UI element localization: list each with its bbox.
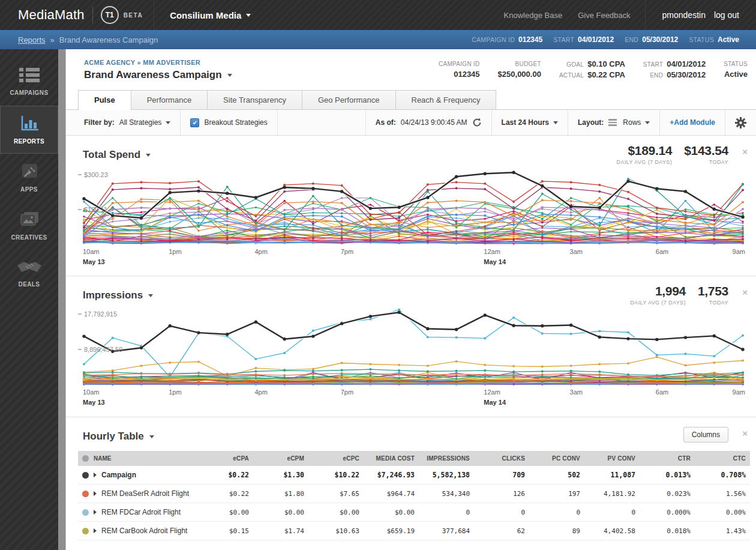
topbar-links: Knowledge Base Give Feedback — [504, 11, 631, 20]
svg-text:6am: 6am — [656, 388, 668, 396]
layout-section: Layout: Rows — [568, 110, 660, 135]
column-header-pc-conv[interactable]: PC CONV — [525, 455, 580, 462]
column-header-media-cost[interactable]: MEDIA COST — [359, 455, 415, 462]
table-row: REM DeaSerR Adroit Flight$0.22$1.80$7.65… — [78, 485, 750, 503]
svg-text:$150.11: $150.11 — [84, 206, 107, 213]
agency-advertiser-path[interactable]: ACME AGENCY » MM ADVERTISER — [84, 59, 200, 66]
column-header-impressions[interactable]: IMPRESSIONS — [415, 455, 470, 462]
svg-text:1pm: 1pm — [169, 388, 181, 396]
sidebar-item-creatives[interactable]: CREATIVES — [0, 202, 58, 250]
table-cell: 4,181.92 — [580, 490, 635, 498]
sidebar-item-reports[interactable]: REPORTS — [0, 106, 58, 154]
svg-text:12am: 12am — [484, 388, 500, 396]
column-header-ecpm[interactable]: eCPM — [249, 455, 304, 462]
hourly-table-title: Hourly Table — [83, 431, 144, 443]
layout-label: Layout: — [578, 118, 604, 127]
row-name[interactable]: Campaign — [101, 471, 136, 479]
column-header-ctc[interactable]: CTC — [691, 455, 746, 462]
table-cell: 197 — [525, 490, 580, 498]
reports-breadcrumb-link[interactable]: Reports — [18, 35, 46, 44]
tab-reach-frequency[interactable]: Reach & Frequency — [396, 90, 497, 110]
filter-by-label: Filter by: — [84, 118, 115, 127]
tab-geo-performance[interactable]: Geo Performance — [302, 90, 396, 110]
beta-label: BETA — [124, 12, 143, 19]
refresh-icon[interactable] — [472, 118, 482, 127]
sidebar-item-label: REPORTS — [14, 138, 44, 145]
hourly-table-title-dropdown[interactable]: Hourly Table — [83, 417, 750, 443]
table-cell: 0.018% — [635, 527, 691, 535]
column-header-clicks[interactable]: CLICKS — [470, 455, 525, 462]
impressions-module: Impressions 1,994 DAILY AVG (7 DAYS) 1,7… — [66, 276, 756, 417]
logout-link[interactable]: log out — [714, 10, 739, 20]
sidebar-item-campaigns[interactable]: CAMPAIGNS — [0, 58, 58, 106]
column-header-ctr[interactable]: CTR — [635, 455, 691, 462]
time-range-section: Last 24 Hours — [492, 110, 568, 135]
org-switcher[interactable]: Consilium Media — [170, 10, 251, 20]
knowledge-base-link[interactable]: Knowledge Base — [504, 11, 563, 20]
table-cell: 0.000% — [635, 509, 691, 516]
column-header-ecpa[interactable]: eCPA — [194, 455, 249, 462]
t1-logo-icon: T1 — [101, 6, 119, 24]
svg-text:May 14: May 14 — [484, 258, 506, 265]
table-cell: $659.19 — [359, 527, 415, 535]
breakout-strategies-checkbox[interactable]: ✔ — [190, 118, 199, 127]
table-cell: 0 — [580, 509, 635, 516]
svg-text:10am: 10am — [83, 388, 100, 396]
table-cell: 0.023% — [635, 490, 691, 498]
add-module-button[interactable]: +Add Module — [670, 118, 715, 127]
table-cell: 0 — [525, 509, 580, 516]
breakout-strategies-label: Breakout Strategies — [204, 118, 267, 127]
column-header-pv-conv[interactable]: PV CONV — [580, 455, 635, 462]
table-row: REM CarBook Adroit Flight$0.15$1.74$10.6… — [78, 522, 750, 540]
give-feedback-link[interactable]: Give Feedback — [578, 11, 630, 20]
images-icon — [19, 211, 40, 230]
filter-bar: Filter by: All Strategies ✔ Breakout Str… — [66, 109, 756, 136]
row-name[interactable]: REM CarBook Adroit Flight — [101, 527, 187, 535]
table-cell: 0.00% — [691, 509, 746, 516]
sidebar-item-label: CAMPAIGNS — [10, 89, 49, 96]
table-cell: 1.56% — [691, 490, 746, 498]
expand-row-icon[interactable] — [94, 510, 97, 515]
close-icon[interactable]: × — [742, 147, 748, 157]
campaign-header: ACME AGENCY » MM ADVERTISER Brand Awaren… — [66, 49, 756, 90]
table-cell: 534,340 — [415, 490, 470, 498]
columns-button[interactable]: Columns — [683, 427, 728, 443]
sidebar-item-apps[interactable]: APPS — [0, 154, 58, 202]
breadcrumb: Reports » Brand Awareness Campaign — [18, 35, 158, 44]
tab-performance[interactable]: Performance — [131, 90, 208, 110]
expand-row-icon[interactable] — [94, 491, 97, 496]
topbar: MediaMath T1 BETA Consilium Media Knowle… — [0, 0, 756, 30]
plug-icon — [20, 163, 38, 182]
chevron-down-icon — [246, 14, 251, 17]
column-header-ecpc[interactable]: eCPC — [304, 455, 359, 462]
user-area: pmondestin log out — [646, 10, 756, 20]
chevron-down-icon — [553, 121, 558, 124]
breadcrumb-current: Brand Awareness Campaign — [59, 35, 158, 44]
time-range-dropdown[interactable]: Last 24 Hours — [502, 118, 558, 127]
close-icon[interactable]: × — [742, 287, 748, 297]
expand-row-icon[interactable] — [94, 528, 97, 533]
total-spend-title: Total Spend — [83, 149, 140, 161]
table-cell: $0.00 — [304, 509, 359, 516]
tab-site-transparency[interactable]: Site Transparency — [208, 90, 302, 110]
gear-icon[interactable] — [735, 117, 746, 128]
expand-row-icon[interactable] — [94, 473, 97, 477]
strategies-dropdown[interactable]: All Strategies — [119, 118, 171, 127]
chevron-down-icon — [149, 435, 154, 438]
mediamath-logo: MediaMath — [18, 7, 85, 23]
layout-dropdown[interactable]: Rows — [623, 118, 650, 127]
chevron-down-icon — [227, 74, 232, 77]
row-name[interactable]: REM DeaSerR Adroit Flight — [101, 489, 189, 498]
table-cell: $0.00 — [194, 509, 249, 516]
row-name[interactable]: REM FDCar Adroit Flight — [101, 508, 181, 516]
column-header-name[interactable]: NAME — [94, 455, 111, 462]
tab-pulse[interactable]: Pulse — [78, 90, 131, 110]
campaign-info-group-0: CAMPAIGN ID012345 — [439, 59, 480, 80]
sidebar-gutter[interactable] — [58, 49, 66, 550]
svg-text:3am: 3am — [570, 388, 583, 396]
close-icon[interactable]: × — [742, 428, 748, 438]
table-cell: 89 — [525, 527, 580, 535]
svg-text:10am: 10am — [83, 248, 100, 255]
sidebar-item-deals[interactable]: DEALS — [0, 250, 58, 298]
campaign-name-dropdown[interactable]: Brand Awareness Campaign — [84, 69, 232, 81]
